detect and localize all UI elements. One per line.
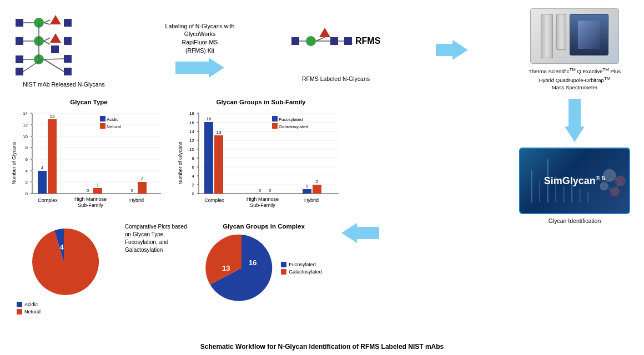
glycan-svg — [11, 12, 117, 79]
svg-rect-74 — [138, 182, 147, 194]
instrument-cylinder-1 — [541, 14, 553, 58]
arrow-right-1 — [175, 58, 224, 78]
simglycan-label: Glycan Identification — [549, 217, 601, 224]
legend-color-acidic-1 — [17, 302, 22, 307]
svg-text:18: 18 — [189, 111, 194, 116]
rfms-label: RFMS Labeled N-Glycans — [302, 75, 370, 82]
svg-text:Netural: Netural — [107, 124, 121, 129]
arrow-label: Labeling of N-Glycans withGlycoWorksRapi… — [165, 22, 235, 55]
svg-rect-115 — [214, 135, 223, 194]
legend-fucosylated: Fucosylated — [281, 262, 322, 267]
svg-rect-61 — [38, 171, 47, 194]
svg-text:1: 1 — [306, 184, 309, 189]
bottom-caption: Comparative Plots based on Glycan Type, … — [125, 223, 192, 254]
svg-text:12: 12 — [189, 138, 194, 143]
svg-marker-27 — [319, 28, 330, 37]
svg-rect-25 — [291, 37, 299, 45]
legend-label-acidic-1: Acidic — [24, 302, 38, 307]
right-column: SimGlycan® 5 Glycan Identification — [514, 99, 636, 224]
svg-line-20 — [44, 38, 50, 41]
svg-point-142 — [615, 175, 626, 186]
svg-text:16: 16 — [56, 272, 63, 280]
svg-text:2: 2 — [141, 176, 144, 181]
legend-color-galactosylated — [281, 269, 286, 275]
svg-text:0: 0 — [26, 191, 28, 196]
bottom-caption-wrap: Comparative Plots based on Glycan Type, … — [125, 223, 192, 265]
simglycan-title-wrap: SimGlycan® 5 — [544, 175, 605, 187]
svg-text:4: 4 — [60, 244, 64, 251]
svg-line-31 — [316, 37, 325, 41]
svg-line-23 — [44, 59, 64, 72]
instrument-section: Thermo ScientificTM Q ExactiveTM Plus Hy… — [514, 8, 636, 91]
glycan-groups-title: Glycan Groups in Sub-Family — [216, 99, 305, 105]
legend-color-fucosylated — [281, 262, 286, 267]
pie-complex-title: Glycan Groups in Complex — [223, 223, 305, 230]
svg-rect-77 — [100, 116, 105, 121]
svg-text:16: 16 — [207, 116, 212, 121]
svg-text:8: 8 — [26, 145, 28, 150]
svg-line-22 — [44, 59, 64, 59]
svg-text:RFMS: RFMS — [355, 36, 381, 45]
svg-line-18 — [44, 20, 50, 23]
svg-text:0: 0 — [192, 191, 195, 196]
svg-rect-28 — [330, 37, 338, 45]
svg-text:Fucosylated: Fucosylated — [279, 117, 303, 122]
svg-line-17 — [23, 59, 42, 72]
svg-rect-3 — [16, 68, 23, 75]
arrow-down-1 — [565, 99, 585, 142]
top-row: NIST mAb Released N-Glycans Labeling of … — [8, 6, 636, 94]
svg-text:Sub-Family: Sub-Family — [250, 202, 275, 208]
svg-text:4: 4 — [192, 174, 195, 179]
svg-text:10: 10 — [189, 147, 194, 152]
pie-type-legend: Acidic Netural — [17, 302, 41, 315]
pie-type-svg: 16 4 — [25, 223, 103, 301]
legend-label-fucosylated: Fucosylated — [289, 262, 316, 267]
svg-text:0: 0 — [259, 188, 261, 193]
svg-line-19 — [44, 23, 50, 24]
svg-text:Hybrid: Hybrid — [129, 197, 144, 203]
svg-marker-8 — [50, 33, 61, 43]
glycan-label: NIST mAb Released N-Glycans — [23, 81, 104, 88]
svg-text:12: 12 — [23, 123, 28, 128]
pie-complex-section: Glycan Groups in Complex 13 16 Fuco — [203, 223, 325, 304]
glycan-groups-chart: Glycan Groups in Sub-Family Number of Gl… — [175, 99, 347, 213]
legend-acidic-1: Acidic — [17, 302, 41, 307]
footer: Schematic Workflow for N-Glycan Identifi… — [0, 343, 644, 351]
svg-rect-29 — [344, 37, 352, 45]
glycan-structure: NIST mAb Released N-Glycans — [8, 12, 119, 88]
simglycan-title: SimGlycan® 5 — [544, 175, 605, 186]
svg-rect-2 — [16, 55, 23, 63]
rfms-section: RFMS RFMS Labeled N-Glycans — [280, 18, 391, 82]
labeling-arrow-section: Labeling of N-Glycans withGlycoWorksRapi… — [164, 22, 236, 78]
svg-rect-11 — [64, 37, 72, 45]
svg-text:Number of Glycans: Number of Glycans — [11, 141, 17, 185]
arrow-head-2 — [452, 40, 468, 60]
svg-text:14: 14 — [189, 129, 194, 134]
svg-text:Complex: Complex — [38, 197, 58, 203]
glycan-groups-svg: Number of Glycans 0 2 4 6 8 10 12 14 16 … — [178, 108, 344, 213]
instrument-box — [530, 8, 619, 64]
pie-glycan-type: 16 4 Acidic Netural — [8, 223, 119, 315]
legend-label-galactosylated: Galactosylated — [289, 269, 322, 275]
glycan-type-svg: Number of Glycans 0 2 4 6 8 10 12 14 4 — [11, 108, 167, 213]
arrow-2-section — [436, 40, 469, 60]
svg-text:Hybrid: Hybrid — [304, 197, 319, 203]
svg-text:Acidic: Acidic — [107, 117, 118, 122]
svg-text:6: 6 — [192, 165, 195, 170]
svg-rect-129 — [272, 116, 278, 121]
svg-text:0: 0 — [87, 188, 89, 193]
svg-rect-12 — [64, 55, 72, 63]
svg-rect-0 — [16, 19, 23, 27]
arrow-body-left — [357, 227, 379, 239]
arrow-body-1 — [175, 62, 209, 74]
instrument-cylinder-2 — [556, 14, 566, 50]
arrow-head-down-1 — [565, 126, 585, 142]
legend-galactosylated: Galactosylated — [281, 269, 322, 275]
svg-text:Complex: Complex — [204, 197, 224, 203]
svg-text:High Mannose: High Mannose — [74, 196, 107, 202]
svg-rect-63 — [48, 119, 57, 194]
arrow-body-2 — [436, 44, 452, 56]
instrument-label: Thermo ScientificTM Q ExactiveTM Plus Hy… — [529, 67, 621, 91]
svg-line-21 — [44, 41, 50, 44]
bottom-row: 16 4 Acidic Netural Comparative Plots ba… — [8, 223, 636, 328]
